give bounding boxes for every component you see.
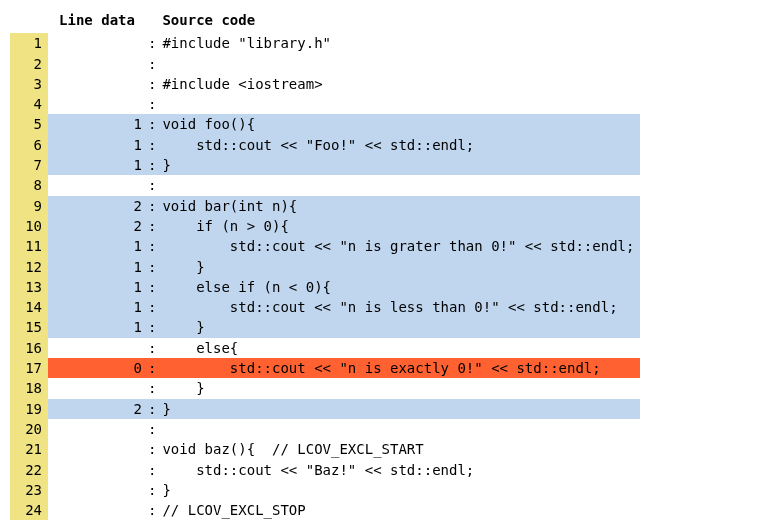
source-row: 192:} xyxy=(10,399,640,419)
line-hits xyxy=(48,54,146,74)
colon-separator: : xyxy=(146,74,160,94)
source-row: 131: else if (n < 0){ xyxy=(10,277,640,297)
colon-separator: : xyxy=(146,94,160,114)
line-hits: 2 xyxy=(48,196,146,216)
line-number: 22 xyxy=(10,460,48,480)
source-row: 2: xyxy=(10,54,640,74)
colon-separator: : xyxy=(146,378,160,398)
colon-separator: : xyxy=(146,419,160,439)
line-hits xyxy=(48,94,146,114)
source-line: } xyxy=(160,480,640,500)
source-line xyxy=(160,419,640,439)
line-number: 8 xyxy=(10,175,48,195)
source-row: 92:void bar(int n){ xyxy=(10,196,640,216)
header-line-data: Line data xyxy=(48,10,146,33)
colon-separator: : xyxy=(146,257,160,277)
line-hits xyxy=(48,338,146,358)
line-hits: 2 xyxy=(48,216,146,236)
source-row: 121: } xyxy=(10,257,640,277)
line-number: 13 xyxy=(10,277,48,297)
line-number: 21 xyxy=(10,439,48,459)
line-hits: 1 xyxy=(48,317,146,337)
line-number: 2 xyxy=(10,54,48,74)
source-line: std::cout << "n is less than 0!" << std:… xyxy=(160,297,640,317)
line-number: 20 xyxy=(10,419,48,439)
source-row: 8: xyxy=(10,175,640,195)
colon-separator: : xyxy=(146,33,160,53)
line-hits xyxy=(48,419,146,439)
header-row: Line data Source code xyxy=(10,10,640,33)
line-hits: 1 xyxy=(48,114,146,134)
source-line: void baz(){ // LCOV_EXCL_START xyxy=(160,439,640,459)
line-number: 1 xyxy=(10,33,48,53)
source-row: 3:#include <iostream> xyxy=(10,74,640,94)
source-row: 170: std::cout << "n is exactly 0!" << s… xyxy=(10,358,640,378)
source-line: void foo(){ xyxy=(160,114,640,134)
coverage-table-body: Line data Source code 1:#include "librar… xyxy=(10,10,640,520)
colon-separator: : xyxy=(146,135,160,155)
line-hits xyxy=(48,378,146,398)
colon-separator: : xyxy=(146,114,160,134)
line-number: 5 xyxy=(10,114,48,134)
line-number: 18 xyxy=(10,378,48,398)
source-line: #include "library.h" xyxy=(160,33,640,53)
source-row: 1:#include "library.h" xyxy=(10,33,640,53)
colon-separator: : xyxy=(146,277,160,297)
line-hits: 1 xyxy=(48,257,146,277)
source-row: 23:} xyxy=(10,480,640,500)
line-hits xyxy=(48,33,146,53)
source-row: 20: xyxy=(10,419,640,439)
source-line: // LCOV_EXCL_STOP xyxy=(160,500,640,520)
colon-separator: : xyxy=(146,297,160,317)
line-hits xyxy=(48,500,146,520)
line-number: 15 xyxy=(10,317,48,337)
source-line: void bar(int n){ xyxy=(160,196,640,216)
source-row: 71:} xyxy=(10,155,640,175)
line-hits: 0 xyxy=(48,358,146,378)
source-line: } xyxy=(160,317,640,337)
line-number: 12 xyxy=(10,257,48,277)
coverage-table: Line data Source code 1:#include "librar… xyxy=(10,10,640,520)
source-line: } xyxy=(160,257,640,277)
colon-separator: : xyxy=(146,460,160,480)
line-hits xyxy=(48,175,146,195)
line-hits: 1 xyxy=(48,236,146,256)
source-row: 22: std::cout << "Baz!" << std::endl; xyxy=(10,460,640,480)
colon-separator: : xyxy=(146,236,160,256)
line-hits xyxy=(48,480,146,500)
colon-separator: : xyxy=(146,155,160,175)
source-line: std::cout << "n is grater than 0!" << st… xyxy=(160,236,640,256)
source-line: else{ xyxy=(160,338,640,358)
source-row: 111: std::cout << "n is grater than 0!" … xyxy=(10,236,640,256)
line-hits xyxy=(48,460,146,480)
source-line: std::cout << "Baz!" << std::endl; xyxy=(160,460,640,480)
colon-separator: : xyxy=(146,500,160,520)
source-row: 16: else{ xyxy=(10,338,640,358)
source-row: 61: std::cout << "Foo!" << std::endl; xyxy=(10,135,640,155)
source-line: else if (n < 0){ xyxy=(160,277,640,297)
line-number: 17 xyxy=(10,358,48,378)
colon-separator: : xyxy=(146,175,160,195)
line-number: 23 xyxy=(10,480,48,500)
colon-separator: : xyxy=(146,216,160,236)
line-hits xyxy=(48,74,146,94)
line-hits: 1 xyxy=(48,297,146,317)
line-hits: 1 xyxy=(48,277,146,297)
header-source-code: Source code xyxy=(160,10,640,33)
line-number: 10 xyxy=(10,216,48,236)
source-line: std::cout << "n is exactly 0!" << std::e… xyxy=(160,358,640,378)
line-number: 3 xyxy=(10,74,48,94)
line-number: 7 xyxy=(10,155,48,175)
source-line: std::cout << "Foo!" << std::endl; xyxy=(160,135,640,155)
colon-separator: : xyxy=(146,358,160,378)
line-hits: 2 xyxy=(48,399,146,419)
source-row: 51:void foo(){ xyxy=(10,114,640,134)
line-number: 9 xyxy=(10,196,48,216)
line-number: 19 xyxy=(10,399,48,419)
colon-separator: : xyxy=(146,317,160,337)
colon-separator: : xyxy=(146,196,160,216)
header-colon-spacer xyxy=(146,10,160,33)
source-line xyxy=(160,175,640,195)
source-line: } xyxy=(160,155,640,175)
header-lineno-spacer xyxy=(10,10,48,33)
